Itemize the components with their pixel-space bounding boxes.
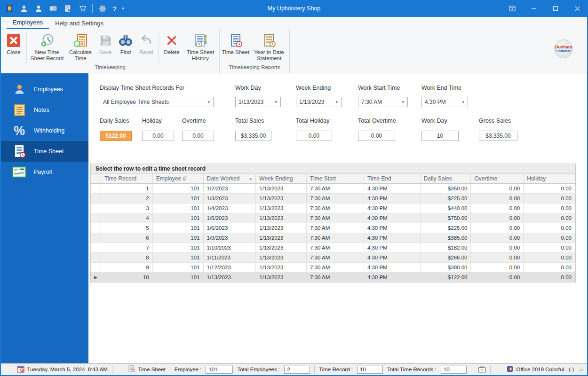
column-header-week-ending[interactable]: Week Ending bbox=[256, 174, 307, 183]
table-row[interactable]: 91011/12/20231/13/20237:30 AM4:30 PM$390… bbox=[90, 263, 576, 273]
column-header-overtime[interactable]: Overtime bbox=[471, 174, 524, 183]
cell-daily-sales: $266.00 bbox=[421, 253, 471, 262]
employee-card-icon[interactable] bbox=[19, 3, 29, 14]
column-header-time-start[interactable]: Time Start bbox=[307, 174, 364, 183]
cell-employee: 101 bbox=[153, 263, 204, 272]
sidebar-item-withholding[interactable]: % Withholding bbox=[1, 120, 88, 141]
column-header-employee[interactable]: Employee # bbox=[153, 174, 204, 183]
save-button[interactable]: Save bbox=[95, 31, 116, 64]
tab-help-and-settings[interactable]: Help and Settings bbox=[49, 17, 110, 29]
sidebar-item-time-sheet[interactable]: Time Sheet bbox=[1, 141, 88, 162]
cell-time-start: 7:30 AM bbox=[307, 184, 364, 193]
sidebar-item-employees[interactable]: Employees bbox=[1, 79, 88, 100]
toolbar-dropdown-icon[interactable]: ▾ bbox=[122, 6, 124, 11]
cell-time-record: 6 bbox=[101, 233, 153, 243]
resize-grip[interactable] bbox=[578, 367, 583, 373]
cell-daily-sales: $750.00 bbox=[421, 213, 471, 223]
barcode-icon[interactable] bbox=[48, 3, 58, 14]
column-header-time-end[interactable]: Time End bbox=[364, 174, 421, 183]
status-date: Tuesday, March 5, 2024 8:43 AM bbox=[5, 360, 108, 376]
minimize-button[interactable] bbox=[523, 0, 545, 17]
column-header-holiday[interactable]: Holiday bbox=[524, 174, 575, 183]
work-day-count-field[interactable]: 10 bbox=[421, 131, 459, 141]
column-header-daily-sales[interactable]: Daily Sales bbox=[421, 174, 471, 183]
table-row[interactable]: 11011/2/20231/13/20237:30 AM4:30 PM$350.… bbox=[90, 184, 576, 194]
cell-time-start: 7:30 AM bbox=[307, 273, 364, 282]
settings-gear-icon[interactable] bbox=[98, 3, 107, 14]
calendar-icon bbox=[5, 360, 24, 376]
table-row[interactable]: 41011/5/20231/13/20237:30 AM4:30 PM$750.… bbox=[90, 213, 576, 223]
cell-week-ending: 1/13/2023 bbox=[256, 204, 307, 213]
row-indicator bbox=[91, 184, 101, 193]
overtime-field[interactable]: 0.00 bbox=[182, 131, 214, 141]
work-end-time-picker[interactable]: 4:30 PM▾ bbox=[421, 97, 468, 107]
row-indicator bbox=[91, 213, 101, 223]
total-employees-box[interactable]: 2 bbox=[284, 366, 310, 374]
table-row[interactable]: ▶101011/13/20231/13/20237:30 AM4:30 PM$1… bbox=[90, 273, 576, 282]
column-header-date-worked[interactable]: Date Worked▲ bbox=[204, 174, 256, 183]
table-row[interactable]: 21011/3/20231/13/20237:30 AM4:30 PM$225.… bbox=[90, 194, 576, 204]
tab-employees[interactable]: Employees bbox=[7, 17, 49, 29]
total-overtime-label: Total Overtime bbox=[358, 118, 396, 124]
cell-date-worked: 1/10/2023 bbox=[204, 243, 256, 252]
app-logo-icon[interactable] bbox=[5, 3, 14, 14]
time-sheet-report-button[interactable]: Time Sheet bbox=[221, 31, 250, 64]
cell-overtime: 0.00 bbox=[471, 243, 524, 252]
column-header-time-record[interactable]: Time Record bbox=[101, 174, 153, 183]
sidebar-item-notes[interactable]: Notes bbox=[1, 100, 88, 120]
employee-number-box[interactable]: 101 bbox=[206, 366, 233, 374]
quick-access-toolbar: $ ? ▾ bbox=[0, 3, 124, 14]
invoice-icon[interactable]: $ bbox=[63, 3, 72, 14]
total-sales-field[interactable]: $3,335.00 bbox=[235, 131, 271, 141]
total-holiday-label: Total Holiday bbox=[296, 118, 330, 124]
table-row[interactable]: 51011/6/20231/13/20237:30 AM4:30 PM$225.… bbox=[90, 223, 576, 233]
cell-employee: 101 bbox=[153, 273, 204, 282]
maximize-button[interactable] bbox=[545, 0, 566, 17]
delete-button[interactable]: Delete bbox=[160, 31, 183, 64]
week-ending-date-picker[interactable]: 1/13/2023▾ bbox=[296, 97, 342, 107]
year-to-date-statement-button[interactable]: Year to Date Statement bbox=[250, 31, 288, 64]
close-window-button[interactable] bbox=[566, 0, 588, 17]
time-sheet-history-button[interactable]: Time Sheet History bbox=[183, 31, 218, 64]
status-total-time-records: Total Time Records : bbox=[387, 367, 437, 372]
ribbon-display-options-button[interactable] bbox=[501, 0, 523, 17]
employee-icon[interactable] bbox=[34, 3, 43, 14]
table-row[interactable]: 71011/10/20231/13/20237:30 AM4:30 PM$182… bbox=[90, 243, 576, 253]
cell-date-worked: 1/11/2023 bbox=[204, 253, 256, 262]
cell-time-record: 2 bbox=[101, 194, 153, 203]
cell-overtime: 0.00 bbox=[471, 184, 524, 193]
gross-sales-label: Gross Sales bbox=[479, 118, 511, 124]
work-end-time-label: Work End Time bbox=[421, 85, 461, 91]
time-record-box[interactable]: 10 bbox=[357, 366, 383, 374]
gross-sales-field[interactable]: $3,335.00 bbox=[479, 131, 517, 141]
work-day-label: Work Day bbox=[235, 85, 261, 91]
cell-date-worked: 1/12/2023 bbox=[204, 263, 256, 272]
display-records-combo[interactable]: All Employee Time Sheets▾ bbox=[100, 97, 214, 107]
work-day-date-picker[interactable]: 1/13/2023▾ bbox=[235, 97, 281, 107]
cell-time-record: 5 bbox=[101, 223, 153, 233]
find-button[interactable]: Find bbox=[116, 31, 135, 64]
briefcase-icon[interactable] bbox=[478, 366, 486, 374]
theme-selector[interactable]: Office 2019 Colorful - ( ) bbox=[495, 360, 574, 376]
new-time-sheet-record-button[interactable]: New Time Sheet Record bbox=[28, 31, 66, 64]
cell-time-start: 7:30 AM bbox=[307, 213, 364, 223]
cell-holiday: 0.00 bbox=[524, 213, 575, 223]
sidebar-item-payroll[interactable]: Payroll bbox=[1, 162, 88, 182]
close-button[interactable]: Close bbox=[2, 31, 25, 64]
total-time-records-box[interactable]: 10 bbox=[441, 366, 467, 374]
table-row[interactable]: 61011/9/20231/13/20237:30 AM4:30 PM$385.… bbox=[90, 233, 576, 243]
total-holiday-field[interactable]: 0.00 bbox=[296, 131, 332, 141]
table-row[interactable]: 81011/11/20231/13/20237:30 AM4:30 PM$266… bbox=[90, 253, 576, 263]
app-window: $ ? ▾ My Upholstery Shop bbox=[0, 0, 588, 376]
holiday-field[interactable]: 0.00 bbox=[142, 131, 174, 141]
cart-icon[interactable] bbox=[78, 3, 87, 14]
group-label-timekeeping: Timekeeping bbox=[1, 64, 219, 73]
cell-overtime: 0.00 bbox=[471, 273, 524, 282]
table-row[interactable]: 31011/4/20231/13/20237:30 AM4:30 PM$440.… bbox=[90, 204, 576, 213]
help-icon[interactable]: ? bbox=[112, 5, 117, 13]
work-start-time-picker[interactable]: 7:30 AM▾ bbox=[358, 97, 408, 107]
daily-sales-field[interactable]: $122.00 bbox=[100, 131, 132, 141]
total-overtime-field[interactable]: 0.00 bbox=[358, 131, 395, 141]
reset-button[interactable]: Reset bbox=[135, 31, 157, 64]
calculate-time-button[interactable]: Calculate Time bbox=[66, 31, 95, 64]
